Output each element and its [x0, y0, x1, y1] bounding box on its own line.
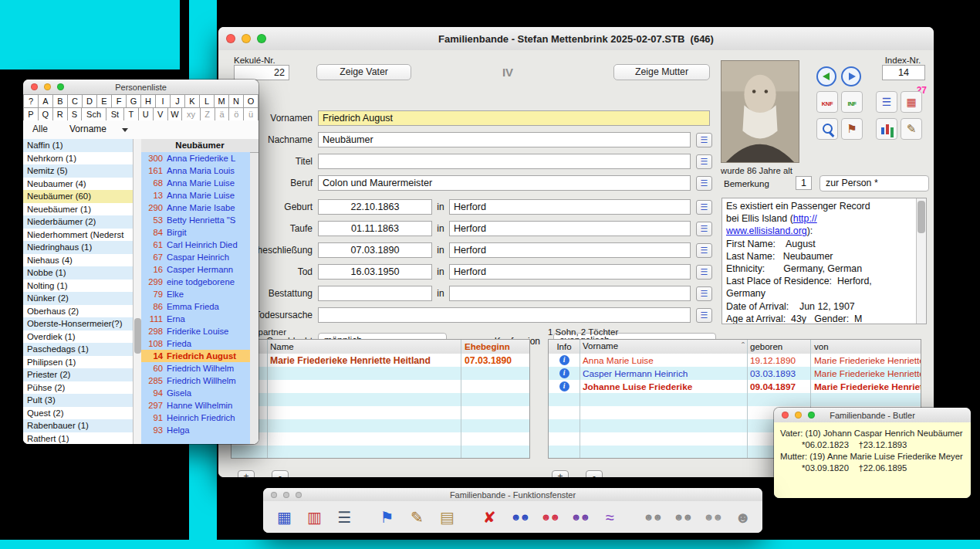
- children-col-geboren[interactable]: geboren: [748, 342, 811, 351]
- children-table-header[interactable]: Info Vorname geboren von: [549, 340, 921, 354]
- relationship-icon[interactable]: ≈: [596, 505, 623, 530]
- surname-item[interactable]: Philipsen (1): [23, 356, 133, 369]
- nav-forward-button[interactable]: [841, 66, 861, 86]
- alphabet-cell[interactable]: U: [139, 108, 154, 121]
- surname-item[interactable]: Nünker (2): [23, 292, 133, 305]
- couple-icon[interactable]: ☻☻: [699, 505, 726, 530]
- parents-icon[interactable]: ☻☻: [669, 505, 696, 530]
- zoom-icon[interactable]: [296, 492, 302, 498]
- surname-item[interactable]: Nolting (1): [23, 280, 133, 293]
- surname-item[interactable]: Nehrkorn (1): [23, 152, 133, 165]
- alphabet-cell[interactable]: P: [24, 108, 39, 121]
- surname-item[interactable]: Rathert (1): [23, 432, 133, 445]
- person-item[interactable]: 300 Anna Friederike L: [141, 152, 250, 164]
- field-input[interactable]: [318, 286, 432, 301]
- personenliste-titlebar[interactable]: Personenliste: [23, 80, 259, 95]
- person-item[interactable]: 84 Birgit: [141, 226, 250, 239]
- alphabet-cell[interactable]: K: [185, 95, 200, 108]
- certificate-icon[interactable]: ▤: [434, 505, 461, 530]
- alphabet-cell[interactable]: St: [106, 108, 124, 121]
- person-item[interactable]: 111 Erna: [141, 313, 250, 325]
- partner-col-ehebeginn[interactable]: Ehebeginn: [461, 342, 529, 351]
- child-row[interactable]: Johanne Luise Friederike 09.04.1897 Mari…: [549, 380, 921, 393]
- source-list-button[interactable]: [696, 243, 712, 258]
- person-list-icon[interactable]: ☰: [331, 505, 358, 530]
- surname-item[interactable]: Oberste-Honsermeier(?): [23, 317, 133, 330]
- source-list-button[interactable]: [696, 308, 712, 323]
- zoom-icon[interactable]: [57, 83, 64, 90]
- field-input[interactable]: 01.11.1863: [318, 221, 432, 236]
- bemerkung-count-input[interactable]: 1: [796, 176, 812, 190]
- alphabet-cell[interactable]: ?: [24, 95, 39, 108]
- field-input[interactable]: Colon und Maurermeister: [318, 175, 691, 191]
- person-icon[interactable]: ☻: [729, 505, 756, 530]
- info-icon[interactable]: [559, 381, 569, 391]
- partner-remove-button[interactable]: -: [272, 470, 289, 477]
- person-item[interactable]: 53 Betty Henrietta "S: [141, 214, 250, 226]
- children-add-button[interactable]: +: [552, 470, 569, 477]
- zoom-icon[interactable]: [257, 34, 266, 43]
- scroll-thumb[interactable]: [134, 318, 141, 354]
- field-input[interactable]: [318, 154, 691, 169]
- zeige-vater-button[interactable]: Zeige Vater: [316, 64, 411, 80]
- alphabet-cell[interactable]: S: [68, 108, 83, 121]
- ancestor-chart-icon[interactable]: ▥: [301, 505, 328, 530]
- close-icon[interactable]: [31, 83, 38, 90]
- male-couple-icon[interactable]: ☻☻: [506, 505, 533, 530]
- person-item[interactable]: 67 Caspar Heinrich: [141, 251, 250, 263]
- place-input[interactable]: [449, 286, 691, 301]
- surname-item[interactable]: Neuebäumer (1): [23, 203, 133, 216]
- remark-link[interactable]: http://: [793, 213, 817, 224]
- signpost-icon[interactable]: ⚑: [373, 505, 400, 530]
- scroll-thumb[interactable]: [917, 201, 925, 233]
- bemerkung-textarea[interactable]: Es existiert ein Passenger Record bei El…: [721, 198, 927, 324]
- alphabet-cell[interactable]: R: [53, 108, 68, 121]
- person-item[interactable]: 298 Friderike Louise: [141, 325, 250, 337]
- person-item[interactable]: 86 Emma Frieda: [141, 300, 250, 313]
- search-button[interactable]: [816, 118, 838, 140]
- field-input[interactable]: Neubäumer: [318, 132, 691, 147]
- placard-button[interactable]: ⚑: [841, 118, 863, 140]
- person-item[interactable]: 79 Elke: [141, 288, 250, 300]
- minimize-icon[interactable]: [795, 412, 802, 419]
- alphabet-cell[interactable]: V: [154, 108, 168, 121]
- surname-item[interactable]: Oberhaus (2): [23, 305, 133, 318]
- zeige-mutter-button[interactable]: Zeige Mutter: [613, 64, 710, 80]
- zoom-icon[interactable]: [808, 412, 815, 419]
- surname-list[interactable]: Naffin (1)Nehrkorn (1)Nemitz (5)Neubaume…: [23, 139, 133, 444]
- alphabet-cell[interactable]: Sch: [82, 108, 106, 121]
- person-item[interactable]: 93 Helga: [141, 424, 250, 436]
- person-item[interactable]: 299 eine todgeborene: [141, 276, 250, 288]
- alphabet-cell[interactable]: W: [168, 108, 183, 121]
- person-item[interactable]: 161 Anna Maria Louis: [141, 164, 250, 177]
- child-row[interactable]: Casper Hermann Heinrich 03.03.1893 Marie…: [549, 367, 921, 380]
- siblings-icon[interactable]: ☻☻: [639, 505, 666, 530]
- person-item[interactable]: 60 Friedrich Wilhelm: [141, 362, 250, 374]
- child-row[interactable]: Anna Marie Luise 19.12.1890 Marie Friede…: [549, 354, 921, 367]
- place-input[interactable]: Herford: [449, 264, 691, 280]
- funktionsfenster-titlebar[interactable]: Familienbande - Funktionsfenster: [263, 488, 762, 502]
- alphabet-cell[interactable]: xy: [182, 108, 200, 121]
- person-item[interactable]: 285 Friedrich Willhelm: [141, 374, 250, 387]
- surname-item[interactable]: Rabenbauer (1): [23, 419, 133, 432]
- alphabet-cell[interactable]: ü: [244, 108, 259, 121]
- surname-item[interactable]: Priester (2): [23, 368, 133, 381]
- delete-person-icon[interactable]: ✘: [476, 505, 503, 530]
- kekule-input[interactable]: 22: [234, 65, 289, 80]
- family-list-button[interactable]: ▦: [901, 91, 922, 113]
- female-couple-icon[interactable]: ☻☻: [536, 505, 563, 530]
- sort-select[interactable]: Vorname: [69, 124, 106, 134]
- alphabet-cell[interactable]: ö: [229, 108, 244, 121]
- alphabet-cell[interactable]: ä: [215, 108, 230, 121]
- person-item[interactable]: 14 Friedrich August: [141, 350, 250, 362]
- nav-back-button[interactable]: [816, 66, 836, 86]
- person-item[interactable]: 13 Anna Marie Luise: [141, 189, 250, 202]
- source-list-button[interactable]: [696, 265, 712, 280]
- alphabet-cell[interactable]: N: [229, 95, 244, 108]
- source-list-button[interactable]: [696, 133, 712, 147]
- alphabet-cell[interactable]: C: [68, 95, 83, 108]
- place-input[interactable]: Herford: [449, 242, 691, 258]
- info-icon[interactable]: [559, 355, 569, 365]
- surname-item[interactable]: Overdiek (1): [23, 330, 133, 344]
- alphabet-cell[interactable]: A: [39, 95, 53, 108]
